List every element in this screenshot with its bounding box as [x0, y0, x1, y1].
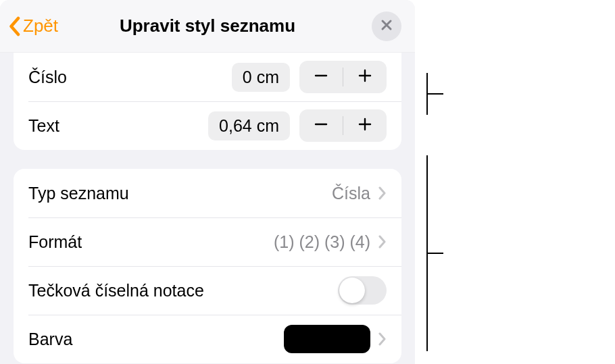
text-indent-label: Text	[28, 116, 208, 136]
text-indent-stepper	[299, 109, 387, 142]
back-button[interactable]: Zpět	[7, 16, 58, 36]
chevron-right-icon	[378, 332, 387, 346]
close-icon	[380, 19, 393, 34]
text-indent-increment[interactable]	[343, 109, 387, 142]
list-type-row[interactable]: Typ seznamu Čísla	[14, 169, 401, 217]
chevron-right-icon	[378, 235, 387, 249]
format-row[interactable]: Formát (1) (2) (3) (4)	[14, 217, 401, 266]
plus-icon	[358, 68, 372, 86]
minus-icon	[314, 68, 328, 86]
tiered-numbers-label: Tečková číselná notace	[28, 281, 338, 301]
format-label: Formát	[28, 232, 274, 252]
plus-icon	[358, 117, 372, 134]
list-type-value: Čísla	[332, 184, 370, 203]
back-label: Zpět	[23, 16, 58, 36]
chevron-right-icon	[378, 186, 387, 200]
number-indent-row: Číslo 0 cm	[14, 53, 401, 101]
panel-header: Zpět Upravit styl seznamu	[0, 0, 415, 53]
list-type-label: Typ seznamu	[28, 184, 332, 203]
minus-icon	[314, 117, 328, 134]
number-indent-stepper	[299, 61, 387, 93]
text-indent-row: Text 0,64 cm	[14, 101, 401, 150]
chevron-left-icon	[7, 16, 22, 36]
close-button[interactable]	[372, 11, 401, 41]
color-label: Barva	[28, 330, 284, 349]
edit-list-style-panel: Zpět Upravit styl seznamu Číslo 0 cm	[0, 0, 415, 364]
tiered-numbers-row: Tečková číselná notace	[14, 266, 401, 315]
list-options-group: Typ seznamu Čísla Formát (1) (2) (3) (4)…	[14, 169, 401, 363]
indent-group: Číslo 0 cm Text 0,64 cm	[14, 53, 401, 150]
text-indent-decrement[interactable]	[299, 109, 343, 142]
number-indent-value: 0 cm	[232, 63, 290, 92]
tiered-numbers-toggle[interactable]	[338, 276, 387, 305]
number-indent-decrement[interactable]	[299, 61, 343, 93]
callout-lines	[415, 0, 615, 364]
toggle-knob	[339, 278, 365, 303]
text-indent-value: 0,64 cm	[208, 111, 290, 140]
panel-content: Číslo 0 cm Text 0,64 cm	[0, 53, 415, 363]
format-value: (1) (2) (3) (4)	[274, 232, 370, 252]
color-swatch	[284, 325, 370, 353]
color-row[interactable]: Barva	[14, 315, 401, 363]
number-indent-label: Číslo	[28, 68, 232, 87]
panel-title: Upravit styl seznamu	[120, 16, 295, 36]
number-indent-increment[interactable]	[343, 61, 387, 93]
